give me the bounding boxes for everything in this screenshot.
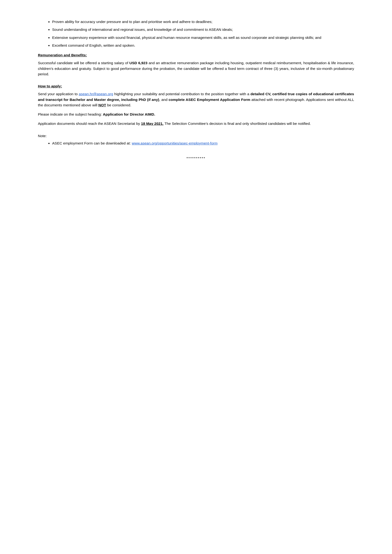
apply-email-link[interactable]: asean.hr@asean.org: [79, 92, 113, 96]
apply-intro-text: Send your application to: [38, 92, 79, 96]
deadline-suffix: The Selection Committee’s decision is fi…: [163, 122, 311, 125]
note-item-1: ASEC employment Form can be downloaded a…: [52, 140, 354, 146]
note-label: Note:: [38, 133, 354, 138]
deadline-prefix: Application documents should reach the A…: [38, 122, 141, 125]
bullet-item-2: Sound understanding of international and…: [52, 27, 354, 32]
how-to-apply-section: How to apply: Send your application to a…: [38, 83, 354, 126]
note-item-link[interactable]: www.asean.org/opportunities/asec-employm…: [132, 141, 217, 145]
remuneration-paragraph: Successful candidate will be offered a s…: [38, 60, 354, 77]
stars-decoration: **********: [38, 155, 354, 161]
page: Proven ability for accuracy under pressu…: [0, 0, 392, 554]
remuneration-heading: Remuneration and Benefits:: [38, 52, 354, 58]
apply-connector: , and: [159, 97, 169, 102]
how-to-apply-heading: How to apply:: [38, 83, 354, 89]
subject-line-prefix: Please indicate on the subject heading:: [38, 112, 103, 116]
top-bullet-list: Proven ability for accuracy under pressu…: [52, 19, 354, 48]
apply-after-email: highlighting your suitability and potent…: [113, 92, 250, 96]
note-item-prefix: ASEC employment Form can be downloaded a…: [52, 141, 132, 145]
salary-amount: USD 6,923: [129, 61, 147, 65]
apply-bold-2: complete ASEC Employment Application For…: [168, 97, 250, 102]
apply-after-not: be considered.: [106, 103, 131, 107]
bullet-item-3: Extensive supervisory experience with so…: [52, 35, 354, 40]
bullet-item-1: Proven ability for accuracy under pressu…: [52, 19, 354, 24]
subject-line-paragraph: Please indicate on the subject heading: …: [38, 111, 354, 117]
deadline-date: 18 May 2021.: [141, 122, 163, 125]
deadline-paragraph: Application documents should reach the A…: [38, 121, 354, 126]
subject-line-bold: Application for Director AIMD.: [103, 112, 155, 116]
bullet-item-4: Excellent command of English, written an…: [52, 43, 354, 48]
apply-not: NOT: [98, 103, 106, 107]
application-instructions: Send your application to asean.hr@asean.…: [38, 91, 354, 108]
note-section: Note: ASEC employment Form can be downlo…: [38, 133, 354, 146]
note-bullet-list: ASEC employment Form can be downloaded a…: [52, 140, 354, 146]
remuneration-section: Remuneration and Benefits: Successful ca…: [38, 52, 354, 77]
